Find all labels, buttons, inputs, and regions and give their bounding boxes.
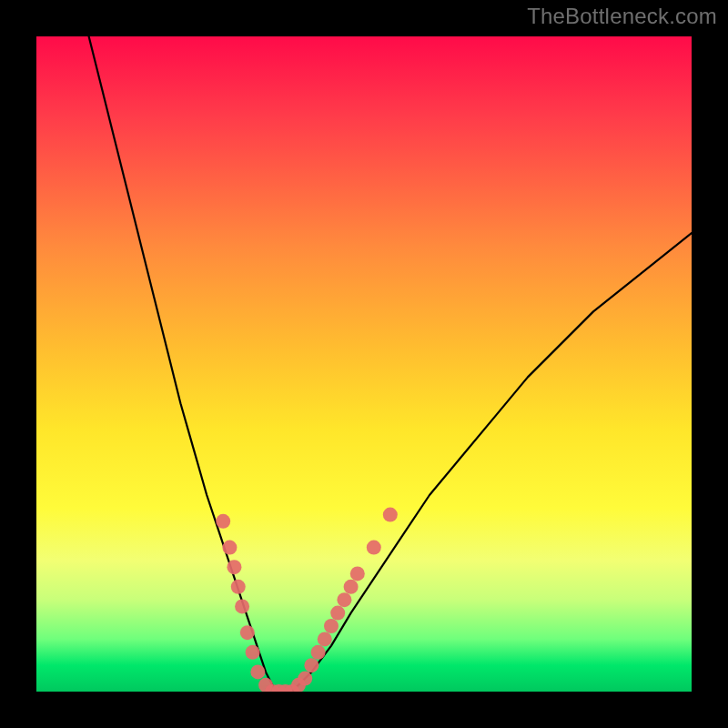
curve-group [89, 36, 692, 692]
data-point [337, 592, 351, 607]
data-point [222, 541, 237, 555]
data-point [311, 645, 326, 660]
data-point [330, 606, 345, 621]
data-point [235, 599, 249, 613]
data-point [216, 514, 230, 529]
data-point [318, 632, 332, 646]
data-point [240, 625, 255, 640]
data-point [227, 560, 241, 574]
data-point [246, 645, 260, 660]
data-point [367, 541, 381, 555]
plot-area [36, 36, 692, 692]
data-point [298, 672, 312, 686]
data-point [250, 664, 265, 679]
data-point [324, 619, 339, 633]
data-point [304, 658, 318, 672]
points-group [216, 508, 398, 692]
watermark-text: TheBottleneck.com [527, 4, 717, 29]
data-point [383, 508, 398, 522]
data-point [344, 580, 359, 594]
chart-overlay [36, 36, 692, 692]
data-point [350, 566, 365, 581]
data-point [231, 580, 246, 594]
chart-frame: TheBottleneck.com [0, 0, 728, 728]
bottleneck-curve [89, 36, 692, 692]
